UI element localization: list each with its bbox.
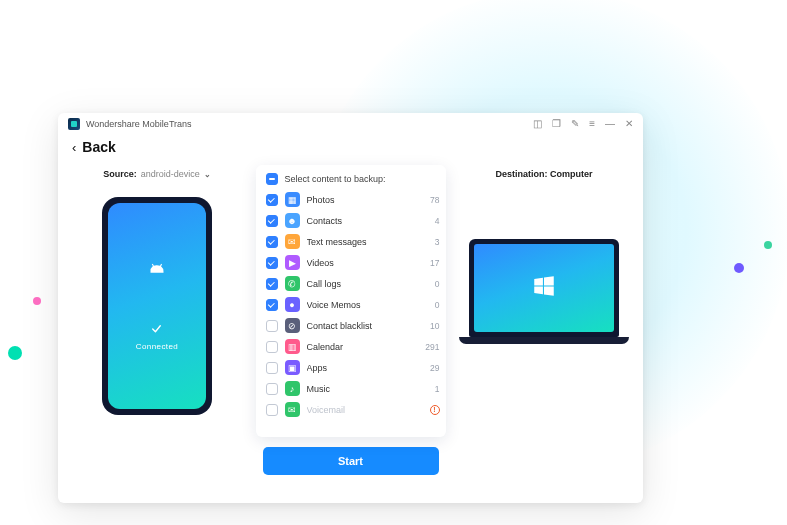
chevron-left-icon: ‹ [72,140,76,155]
checkbox-calendar[interactable] [266,341,278,353]
check-icon [150,322,164,336]
content-row-videos[interactable]: ▶Videos17 [266,252,440,273]
android-icon [144,262,170,292]
app-icon [68,118,80,130]
content-row-music[interactable]: ♪Music1 [266,378,440,399]
destination-label: Destination: Computer [495,169,592,179]
messages-icon: ✉ [285,234,300,249]
close-icon[interactable]: ✕ [625,119,633,129]
start-label: Start [338,455,363,467]
source-device: android-device [141,169,200,179]
checkbox-voicemail[interactable] [266,404,278,416]
menu-icon[interactable]: ≡ [589,119,595,129]
row-count: 4 [435,216,440,226]
calllogs-icon: ✆ [285,276,300,291]
row-label: Music [307,384,428,394]
checkbox-blacklist[interactable] [266,320,278,332]
row-label: Contacts [307,216,428,226]
blacklist-icon: ⊘ [285,318,300,333]
content-list-scroll[interactable]: ▦Photos78☻Contacts4✉Text messages3▶Video… [256,189,446,437]
checkbox-messages[interactable] [266,236,278,248]
phone-status: Connected [136,342,178,351]
row-label: Videos [307,258,424,268]
row-label: Call logs [307,279,428,289]
decorative-dot [734,263,744,273]
checkbox-photos[interactable] [266,194,278,206]
checkbox-voicememos[interactable] [266,299,278,311]
source-label: Source: [103,169,137,179]
row-label: Voicemail [307,405,423,415]
row-count: 0 [435,279,440,289]
checkbox-calllogs[interactable] [266,278,278,290]
windows-icon [531,273,557,303]
row-label: Photos [307,195,424,205]
checkbox-contacts[interactable] [266,215,278,227]
row-label: Apps [307,363,424,373]
videos-icon: ▶ [285,255,300,270]
decorative-dot [8,346,22,360]
content-row-voicememos[interactable]: ●Voice Memos0 [266,294,440,315]
photos-icon: ▦ [285,192,300,207]
source-selector[interactable]: Source: android-device ⌄ [103,165,211,183]
content-column: Select content to backup: ▦Photos78☻Cont… [250,165,451,493]
calendar-icon: ▥ [285,339,300,354]
decorative-dot [33,297,41,305]
user-icon[interactable]: ◫ [533,119,542,129]
back-label: Back [82,139,115,155]
content-row-blacklist[interactable]: ⊘Contact blacklist10 [266,315,440,336]
row-count: 17 [430,258,439,268]
row-label: Contact blacklist [307,321,424,331]
checkbox-apps[interactable] [266,362,278,374]
titlebar: Wondershare MobileTrans ◫ ❐ ✎ ≡ — ✕ [58,113,643,135]
warning-icon: ! [430,405,440,415]
voicememos-icon: ● [285,297,300,312]
content-row-messages[interactable]: ✉Text messages3 [266,231,440,252]
feedback-icon[interactable]: ❐ [552,119,561,129]
destination-column: Destination: Computer [459,165,629,493]
chevron-down-icon: ⌄ [204,170,211,179]
content-row-contacts[interactable]: ☻Contacts4 [266,210,440,231]
row-label: Text messages [307,237,428,247]
row-count: 0 [435,300,440,310]
row-count: 1 [435,384,440,394]
row-count: 29 [430,363,439,373]
row-count: 78 [430,195,439,205]
row-label: Voice Memos [307,300,428,310]
content-list: Select content to backup: ▦Photos78☻Cont… [256,165,446,437]
minimize-icon[interactable]: — [605,119,615,129]
row-count: 291 [425,342,439,352]
content-row-voicemail[interactable]: ✉Voicemail! [266,399,440,420]
checkbox-music[interactable] [266,383,278,395]
content-row-photos[interactable]: ▦Photos78 [266,189,440,210]
apps-icon: ▣ [285,360,300,375]
content-row-calllogs[interactable]: ✆Call logs0 [266,273,440,294]
content-row-apps[interactable]: ▣Apps29 [266,357,440,378]
start-button[interactable]: Start [263,447,439,475]
edit-icon[interactable]: ✎ [571,119,579,129]
row-count: 3 [435,237,440,247]
checkbox-videos[interactable] [266,257,278,269]
contacts-icon: ☻ [285,213,300,228]
voicemail-icon: ✉ [285,402,300,417]
row-count: 10 [430,321,439,331]
content-row-calendar[interactable]: ▥Calendar291 [266,336,440,357]
select-all-checkbox[interactable] [266,173,278,185]
music-icon: ♪ [285,381,300,396]
back-button[interactable]: ‹ Back [58,135,643,161]
laptop-illustration [459,239,629,344]
decorative-dot [764,241,772,249]
list-header-label: Select content to backup: [285,174,386,184]
app-window: Wondershare MobileTrans ◫ ❐ ✎ ≡ — ✕ ‹ Ba… [58,113,643,503]
row-label: Calendar [307,342,419,352]
app-title: Wondershare MobileTrans [86,119,192,129]
source-column: Source: android-device ⌄ Connected [72,165,242,493]
phone-illustration: Connected [102,197,212,415]
